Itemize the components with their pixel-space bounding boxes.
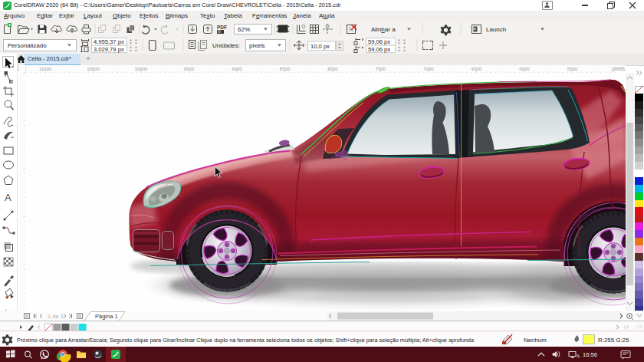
svg-text:16:56: 16:56 [583,351,597,358]
svg-text:8000: 8000 [327,67,338,71]
svg-text:6000: 6000 [519,67,530,71]
svg-text:10500: 10500 [87,67,100,71]
svg-text:III: III [218,30,221,34]
svg-text:11000: 11000 [39,67,52,71]
svg-text:9000: 9000 [232,67,242,71]
svg-text:R:255 G:25: R:255 G:25 [598,337,629,344]
svg-text:A: A [5,192,12,203]
svg-text:Launch: Launch [486,26,506,33]
svg-text:Personalizado: Personalizado [8,42,47,49]
svg-text:59,06 px: 59,06 px [368,38,390,45]
svg-text:Unidades:: Unidades: [212,42,240,49]
svg-text:Nenhum: Nenhum [524,337,547,344]
svg-text:59,06 px: 59,06 px [368,46,390,53]
svg-text:7000: 7000 [423,67,434,71]
svg-text:9500: 9500 [184,67,195,71]
svg-text:PDF: PDF [217,25,227,30]
svg-text:4.955,37 px: 4.955,37 px [94,38,124,45]
svg-text:10,0 px: 10,0 px [310,43,330,50]
svg-text:10000: 10000 [135,67,148,71]
svg-text:pixels: pixels [612,66,625,72]
svg-text:6500: 6500 [472,67,482,71]
svg-text:5500: 5500 [567,67,578,71]
svg-text:8500: 8500 [280,67,291,71]
svg-text:pixels: pixels [249,42,264,49]
svg-text:Página 1: Página 1 [95,313,118,320]
svg-text:Próximo clique para Arrastar/E: Próximo clique para Arrastar/Escala; Seg… [17,337,475,344]
svg-text:1 de 1: 1 de 1 [48,313,64,320]
svg-text:3.029,79 px: 3.029,79 px [94,46,124,53]
svg-text:62%: 62% [238,26,250,33]
svg-text:7500: 7500 [376,67,386,71]
svg-text:Alinhar a: Alinhar a [371,26,396,33]
